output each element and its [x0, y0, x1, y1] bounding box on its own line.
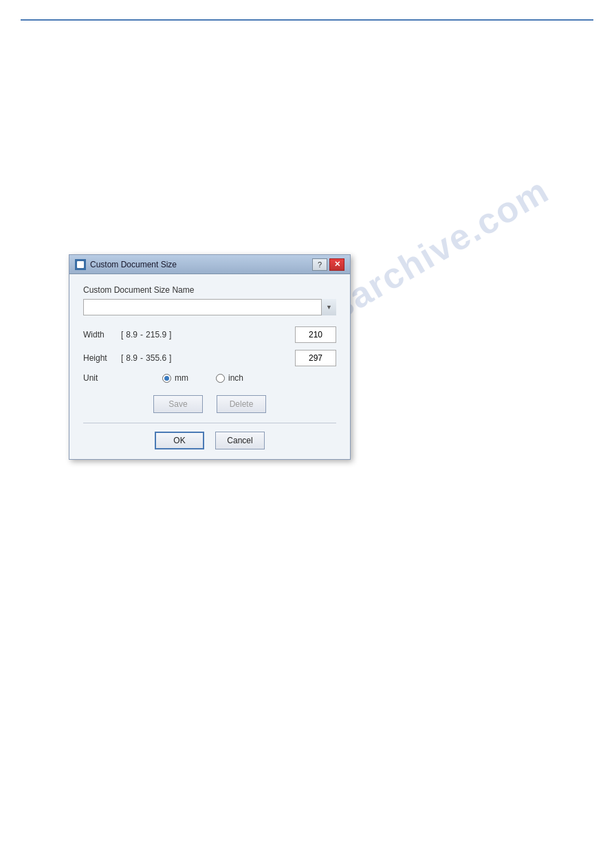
height-bracket-open: [ [121, 353, 123, 363]
custom-document-size-dialog: Custom Document Size ? ✕ Custom Document… [69, 254, 351, 460]
dropdown-arrow-icon[interactable]: ▼ [321, 299, 336, 315]
width-max: 215.9 [146, 330, 166, 340]
dialog-container: Custom Document Size ? ✕ Custom Document… [69, 254, 351, 460]
name-dropdown-wrapper: ▼ [83, 299, 336, 315]
unit-options: mm inch [121, 373, 336, 383]
unit-inch-label: inch [228, 373, 243, 383]
height-range: [ 8.9 - 355.6 ] [121, 353, 295, 363]
height-label: Height [83, 353, 121, 363]
height-value-input[interactable] [295, 350, 336, 366]
name-field-label: Custom Document Size Name [83, 285, 336, 295]
ok-button[interactable]: OK [155, 432, 204, 449]
height-dash: - [140, 353, 143, 363]
width-bracket-open: [ [121, 330, 123, 340]
height-row: Height [ 8.9 - 355.6 ] [83, 350, 336, 366]
dialog-footer: OK Cancel [83, 423, 336, 449]
delete-button[interactable]: Delete [217, 395, 266, 413]
dialog-body: Custom Document Size Name ▼ Width [ 8.9 … [69, 274, 350, 459]
unit-inch-radio[interactable] [216, 374, 225, 383]
width-min: 8.9 [126, 330, 138, 340]
unit-label: Unit [83, 373, 121, 383]
unit-inch-option[interactable]: inch [216, 373, 243, 383]
titlebar-buttons: ? ✕ [312, 258, 344, 271]
width-row: Width [ 8.9 - 215.9 ] [83, 326, 336, 343]
save-button[interactable]: Save [153, 395, 203, 413]
width-label: Width [83, 330, 121, 340]
close-button[interactable]: ✕ [329, 258, 344, 271]
height-max: 355.6 [146, 353, 166, 363]
height-bracket-close: ] [169, 353, 171, 363]
unit-mm-label: mm [175, 373, 188, 383]
height-min: 8.9 [126, 353, 138, 363]
help-button[interactable]: ? [312, 258, 327, 271]
titlebar-left: Custom Document Size [75, 259, 177, 270]
unit-mm-radio[interactable] [162, 374, 171, 383]
name-input[interactable] [83, 299, 336, 315]
cancel-button[interactable]: Cancel [215, 432, 265, 449]
width-value-input[interactable] [295, 326, 336, 343]
dialog-icon [75, 259, 86, 270]
dialog-icon-inner [77, 261, 84, 268]
action-row: Save Delete [83, 395, 336, 413]
width-dash: - [140, 330, 143, 340]
unit-row: Unit mm inch [83, 373, 336, 383]
dialog-titlebar: Custom Document Size ? ✕ [69, 255, 350, 274]
unit-mm-option[interactable]: mm [162, 373, 188, 383]
dialog-title: Custom Document Size [90, 260, 177, 269]
width-bracket-close: ] [169, 330, 171, 340]
top-border [21, 19, 593, 21]
width-range: [ 8.9 - 215.9 ] [121, 330, 295, 340]
